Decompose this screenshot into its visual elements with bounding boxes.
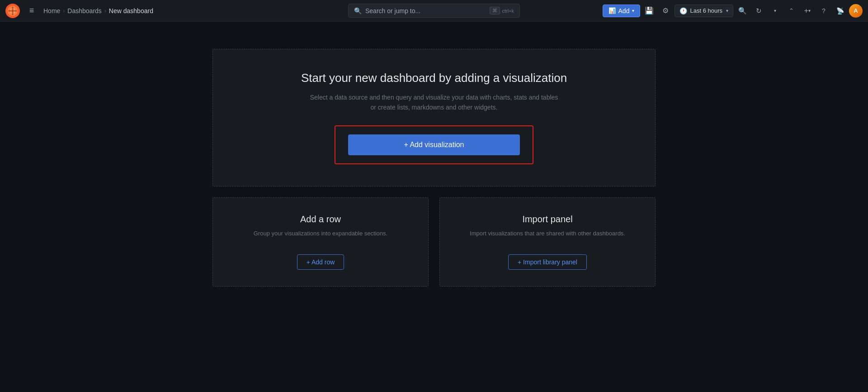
refresh-dropdown-caret: ▾ <box>774 8 776 13</box>
dashboard-settings-button[interactable]: ⚙ <box>658 4 673 18</box>
add-visualization-card: Start your new dashboard by adding a vis… <box>212 49 656 186</box>
primary-card-subtitle: Select a data source and then query and … <box>310 92 558 113</box>
grafana-logo[interactable] <box>5 4 20 18</box>
import-panel-title: Import panel <box>522 214 572 225</box>
topnav: ≡ Home › Dashboards › New dashboard 🔍 Se… <box>0 0 868 22</box>
search-bar[interactable]: 🔍 Search or jump to... ⌘ ctrl+k <box>348 4 520 18</box>
breadcrumb: Home › Dashboards › New dashboard <box>43 7 153 14</box>
bottom-cards-container: Add a row Group your visualizations into… <box>212 197 656 287</box>
add-button-label: Add <box>618 7 630 14</box>
hamburger-menu-button[interactable]: ≡ <box>24 4 39 18</box>
topnav-right: 📊 Add ▾ 💾 ⚙ 🕐 Last 6 hours ▾ 🔍 ↻ ▾ ⌃ <box>603 4 863 18</box>
user-avatar[interactable]: A <box>849 4 863 18</box>
add-button[interactable]: 📊 Add ▾ <box>603 5 641 17</box>
notifications-button[interactable]: 📡 <box>833 4 847 18</box>
collapse-icon: ⌃ <box>789 7 794 14</box>
import-panel-subtitle: Import visualizations that are shared wi… <box>470 229 625 247</box>
add-row-btn-label: + Add row <box>307 258 335 266</box>
zoom-out-button[interactable]: 🔍 <box>735 4 750 18</box>
breadcrumb-sep-1: › <box>63 8 65 14</box>
add-row-button[interactable]: + Add row <box>297 254 344 270</box>
svg-point-6 <box>12 10 13 11</box>
add-button-caret: ▾ <box>632 8 634 13</box>
import-library-panel-btn-label: + Import library panel <box>518 258 577 266</box>
add-panel-plus-button[interactable]: + ▾ <box>800 4 815 18</box>
primary-card-title: Start your new dashboard by adding a vis… <box>301 71 567 85</box>
collapse-button[interactable]: ⌃ <box>784 4 798 18</box>
notifications-icon: 📡 <box>836 7 844 14</box>
add-visualization-button[interactable]: + Add visualization <box>348 134 520 155</box>
time-range-label: Last 6 hours <box>690 7 722 14</box>
search-kbd-key: ctrl+k <box>502 8 514 14</box>
help-button[interactable]: ? <box>816 4 831 18</box>
breadcrumb-home[interactable]: Home <box>43 7 60 14</box>
topnav-left: ≡ Home › Dashboards › New dashboard <box>5 4 153 18</box>
add-button-chart-icon: 📊 <box>609 7 616 14</box>
subtitle-line2: or create lists, markdowns and other wid… <box>371 104 498 111</box>
hamburger-icon: ≡ <box>29 6 34 15</box>
add-row-title: Add a row <box>300 214 341 225</box>
search-shortcut: ⌘ ctrl+k <box>490 7 514 14</box>
refresh-button[interactable]: ↻ <box>751 4 766 18</box>
refresh-dropdown-button[interactable]: ▾ <box>768 4 782 18</box>
add-visualization-wrapper: + Add visualization <box>335 125 533 164</box>
add-viz-btn-label: + Add visualization <box>404 141 464 149</box>
import-library-panel-button[interactable]: + Import library panel <box>508 254 587 270</box>
help-icon: ? <box>822 7 826 14</box>
add-row-card: Add a row Group your visualizations into… <box>212 197 429 287</box>
time-range-caret: ▾ <box>726 8 728 13</box>
import-panel-card: Import panel Import visualizations that … <box>439 197 656 287</box>
plus-caret: ▾ <box>808 8 811 13</box>
search-icon: 🔍 <box>354 7 362 14</box>
breadcrumb-dashboards[interactable]: Dashboards <box>67 7 102 14</box>
clock-icon: 🕐 <box>679 7 687 14</box>
zoom-out-icon: 🔍 <box>738 7 747 15</box>
topnav-center: 🔍 Search or jump to... ⌘ ctrl+k <box>348 4 520 18</box>
settings-icon: ⚙ <box>662 6 669 15</box>
subtitle-line1: Select a data source and then query and … <box>310 94 558 101</box>
refresh-icon: ↻ <box>756 7 762 15</box>
add-row-subtitle: Group your visualizations into expandabl… <box>254 229 387 247</box>
time-range-picker[interactable]: 🕐 Last 6 hours ▾ <box>675 5 733 17</box>
breadcrumb-sep-2: › <box>104 8 106 14</box>
search-input-placeholder: Search or jump to... <box>365 7 486 14</box>
save-dashboard-button[interactable]: 💾 <box>642 4 656 18</box>
breadcrumb-current-page: New dashboard <box>109 7 153 14</box>
save-icon: 💾 <box>645 6 654 15</box>
avatar-initials: A <box>854 7 858 14</box>
search-kbd-icon: ⌘ <box>490 7 500 14</box>
main-content: Start your new dashboard by adding a vis… <box>0 22 868 305</box>
plus-icon: + <box>804 7 808 15</box>
